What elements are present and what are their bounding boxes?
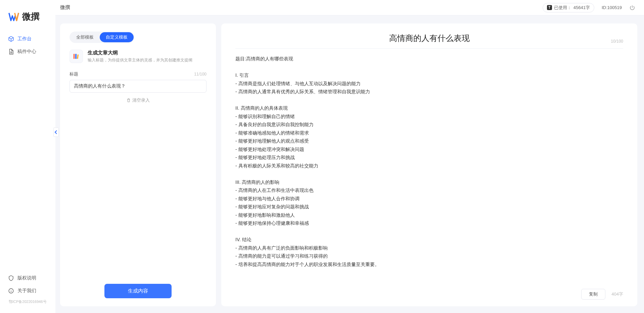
svg-rect-1: [74, 54, 75, 59]
page-title: 微撰: [60, 4, 70, 11]
document-icon: [8, 49, 14, 55]
template-tabs: 全部模板 自定义模板: [70, 32, 134, 43]
topbar-left: 微撰: [60, 4, 70, 11]
output-title: 高情商的人有什么表现: [389, 33, 470, 44]
char-counter: 11/100: [194, 72, 206, 76]
tab-custom-templates[interactable]: 自定义模板: [100, 32, 134, 42]
shield-icon: [8, 275, 14, 281]
svg-rect-2: [75, 54, 77, 59]
output-header: 高情商的人有什么表现 10/100: [235, 33, 623, 49]
clear-input-button[interactable]: 清空录入: [70, 97, 206, 103]
clear-label: 清空录入: [132, 97, 150, 103]
logo-text: 微撰: [22, 11, 40, 22]
template-title: 生成文章大纲: [88, 50, 192, 56]
template-card: 生成文章大纲 输入标题，为你提供文章主体的灵感，并为其创建推文提纲: [70, 50, 206, 63]
logo: 微撰: [0, 4, 55, 33]
sidebar-link-copyright[interactable]: 版权说明: [3, 272, 53, 284]
title-input[interactable]: [70, 80, 206, 93]
template-info: 生成文章大纲 输入标题，为你提供文章主体的灵感，并为其创建推文提纲: [88, 50, 192, 63]
cube-icon: [8, 36, 14, 42]
chevron-left-icon: [54, 130, 58, 134]
sidebar: 微撰 工作台 稿件中心 版权说明 关于我们 鄂ICP备2022016946号: [0, 0, 55, 313]
sidebar-link-about[interactable]: 关于我们: [3, 284, 53, 297]
sidebar-nav: 工作台 稿件中心: [0, 33, 55, 272]
input-panel: 全部模板 自定义模板 生成文章大纲 输入标题，为你提供文章主体的灵感，并为其创建…: [60, 23, 216, 306]
field-row: 标题 11/100: [70, 71, 206, 77]
svg-rect-3: [77, 54, 79, 59]
icp-text: 鄂ICP备2022016946号: [3, 297, 53, 306]
output-panel: 高情商的人有什么表现 10/100 题目:高情商的人有哪些表现 I. 引言 - …: [221, 23, 637, 306]
sidebar-bottom: 版权说明 关于我们 鄂ICP备2022016946号: [0, 272, 55, 309]
power-icon[interactable]: [629, 5, 635, 11]
sidebar-link-label: 版权说明: [17, 275, 36, 281]
topbar-right: T 已使用： 45641字 ID:100519: [543, 3, 635, 12]
output-footer: 复制 404字: [235, 283, 623, 300]
books-icon: [73, 53, 80, 60]
topbar: 微撰 T 已使用： 45641字 ID:100519: [55, 0, 644, 15]
template-desc: 输入标题，为你提供文章主体的灵感，并为其创建推文提纲: [88, 57, 192, 63]
generate-button[interactable]: 生成内容: [104, 284, 172, 298]
sidebar-item-workbench[interactable]: 工作台: [3, 33, 53, 45]
info-icon: [8, 288, 14, 294]
usage-badge[interactable]: T 已使用： 45641字: [543, 3, 594, 12]
logo-icon: [8, 11, 19, 22]
template-icon: [70, 50, 83, 63]
word-count: 404字: [611, 291, 623, 297]
output-body[interactable]: 题目:高情商的人有哪些表现 I. 引言 - 高情商是指人们处理情绪、与他人互动以…: [235, 55, 623, 283]
trash-icon: [126, 98, 131, 103]
sidebar-item-label: 工作台: [17, 36, 32, 42]
text-icon: T: [547, 5, 552, 10]
copy-button[interactable]: 复制: [581, 289, 605, 300]
sidebar-collapse-handle[interactable]: [53, 127, 59, 137]
usage-prefix: 已使用：: [554, 5, 571, 11]
tab-all-templates[interactable]: 全部模板: [70, 32, 100, 42]
output-title-counter: 10/100: [611, 39, 623, 44]
user-id-label: ID:100519: [602, 5, 622, 10]
sidebar-item-drafts[interactable]: 稿件中心: [3, 45, 53, 58]
sidebar-item-label: 稿件中心: [17, 49, 36, 55]
content-area: 全部模板 自定义模板 生成文章大纲 输入标题，为你提供文章主体的灵感，并为其创建…: [55, 15, 644, 313]
usage-value: 45641字: [573, 5, 590, 11]
main: 微撰 T 已使用： 45641字 ID:100519 全部模板 自定义模板: [55, 0, 644, 313]
sidebar-link-label: 关于我们: [17, 288, 36, 294]
field-label: 标题: [70, 71, 78, 77]
